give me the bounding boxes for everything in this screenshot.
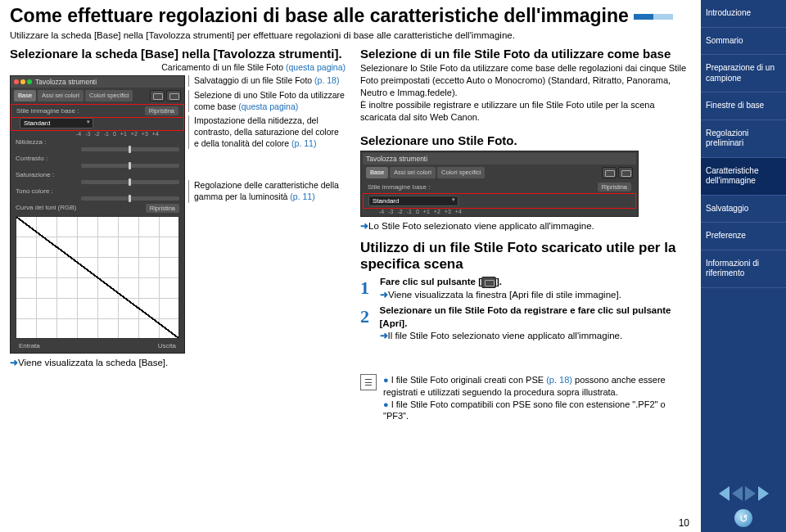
base-style-label-2: Stile immagine base : <box>368 183 458 191</box>
saturation-slider[interactable] <box>81 180 179 184</box>
applied-line: ➜Lo Stile Foto selezionato viene applica… <box>360 220 693 232</box>
step-heading: Selezionare la scheda [Base] nella [Tavo… <box>10 47 346 61</box>
color-tone-slider[interactable] <box>81 196 179 201</box>
saturation-label: Saturazione : <box>16 171 79 178</box>
callout-gamma: Regolazione delle caratteristiche della … <box>188 180 346 202</box>
nav-image-characteristics[interactable]: Caratteristiche dell'immagine <box>701 158 786 196</box>
folder-button-icon[interactable] <box>481 277 496 288</box>
step-2: 2 Selezionare un file Stile Foto da regi… <box>360 304 693 343</box>
tab-six-axis[interactable]: Assi sei colori <box>38 90 84 101</box>
color-tone-label: Tono colore : <box>16 187 79 195</box>
tab-specific-colors[interactable]: Colori specifici <box>85 90 133 101</box>
output-label: Uscita <box>158 342 176 349</box>
sharpness-slider[interactable] <box>81 147 179 151</box>
link-p18[interactable]: (p. 18) <box>314 75 339 85</box>
step-1: 1 Fare clic sul pulsante []. ➜Viene visu… <box>360 276 693 301</box>
prev-page-icon[interactable] <box>719 486 730 501</box>
base-style-select-row: Standard <box>11 116 184 131</box>
contrast-label: Contrasto : <box>16 155 79 162</box>
title-accent <box>634 14 673 20</box>
tab-specific-colors-2[interactable]: Colori specifici <box>437 167 485 178</box>
palette2-title: Tavolozza strumenti <box>366 155 427 163</box>
nav-preliminary[interactable]: Regolazioni preliminari <box>701 120 786 158</box>
nav-preferences[interactable]: Preferenze <box>701 223 786 250</box>
step-heading-2: Selezionare uno Stile Foto. <box>360 133 693 147</box>
nav-introduction[interactable]: Introduzione <box>701 0 786 28</box>
page-nav <box>701 481 786 506</box>
note-icon: ☰ <box>360 374 377 390</box>
page-number: 10 <box>679 517 689 529</box>
zoom-icon <box>27 79 32 84</box>
return-icon[interactable] <box>734 509 752 527</box>
arrow-icon: ➜ <box>10 358 18 367</box>
link-p18-b[interactable]: (p. 18) <box>546 375 572 385</box>
link-this-page-2[interactable]: (questa pagina) <box>238 101 298 111</box>
base-style-label: Stile immagine base : <box>16 107 80 115</box>
arrow-icon-3: ➜ <box>380 290 388 300</box>
palette-tabs: Base Assi sei colori Colori specifici <box>11 88 184 104</box>
page-title: Come effettuare regolazioni di base alle… <box>10 5 693 26</box>
page-root: Come effettuare regolazioni di base alle… <box>0 0 786 532</box>
link-p11[interactable]: (p. 11) <box>291 138 316 148</box>
note-box: ☰ ●I file Stile Foto originali creati co… <box>360 374 693 422</box>
palette-titlebar: Tavolozza strumenti <box>11 76 184 88</box>
tone-curve[interactable] <box>16 216 179 339</box>
curve-reset-button[interactable]: Ripristina <box>146 204 179 213</box>
input-label: Entrata <box>19 342 40 349</box>
section-para-1: Selezionare lo Stile Foto da utilizzare … <box>360 62 693 99</box>
note-2: ●I file Stile Foto compatibili con PSE s… <box>383 399 693 423</box>
save-style-file-icon-2[interactable] <box>618 167 633 178</box>
open-style-file-icon[interactable] <box>150 90 165 101</box>
next-page-icon-2[interactable] <box>745 486 756 501</box>
callout-select-style: Selezione di uno Stile Foto da utilizzar… <box>188 90 346 112</box>
open-style-file-icon-2[interactable] <box>602 167 617 178</box>
callout-list: Salvataggio di un file Stile Foto (p. 18… <box>190 75 346 354</box>
curve-label: Curva dei toni (RGB) <box>16 204 76 213</box>
base-style-select[interactable]: Standard <box>20 118 93 128</box>
sharpness-label: Nitidezza : <box>16 138 79 146</box>
arrow-icon-4: ➜ <box>380 331 388 340</box>
nav-saving[interactable]: Salvataggio <box>701 196 786 223</box>
base-style-select-2[interactable]: Standard <box>368 196 458 206</box>
tab-base[interactable]: Base <box>14 90 36 101</box>
note-1: ●I file Stile Foto originali creati con … <box>383 374 693 399</box>
tab-six-axis-2[interactable]: Assi sei colori <box>390 167 436 178</box>
contrast-slider[interactable] <box>81 164 179 168</box>
left-column: Selezionare la scheda [Base] nella [Tavo… <box>10 47 346 422</box>
next-page-icon[interactable] <box>758 486 769 501</box>
scale-labels: -4-3-2-10+1+2+3+4 <box>76 131 184 137</box>
minimize-icon <box>20 79 25 84</box>
side-nav: Introduzione Sommario Preparazione di un… <box>701 0 786 532</box>
tab-base-2[interactable]: Base <box>366 167 388 178</box>
prev-page-icon-2[interactable] <box>732 486 743 501</box>
link-this-page[interactable]: (questa pagina) <box>286 62 346 72</box>
right-column: Selezione di un file Stile Foto da utili… <box>360 47 693 422</box>
nav-base-windows[interactable]: Finestre di base <box>701 92 786 120</box>
nav-sample-prep[interactable]: Preparazione di un campione <box>701 55 786 92</box>
step-number-1: 1 <box>360 276 375 301</box>
nav-reference[interactable]: Informazioni di riferimento <box>701 250 786 288</box>
reset-button-2[interactable]: Ripristina <box>598 183 631 192</box>
step-number-2: 2 <box>360 304 375 343</box>
palette-screenshot: Tavolozza strumenti Base Assi sei colori… <box>10 75 185 354</box>
link-p11-b[interactable]: (p. 11) <box>290 192 314 201</box>
nav-summary[interactable]: Sommario <box>701 28 786 56</box>
download-heading: Utilizzo di un file Stile Foto scaricato… <box>360 240 693 273</box>
result-line: ➜Viene visualizzata la scheda [Base]. <box>10 357 346 368</box>
palette-screenshot-2: Tavolozza strumenti Base Assi sei colori… <box>360 151 639 217</box>
section-para-2: È inoltre possibile registrare e utilizz… <box>360 99 693 124</box>
section-heading: Selezione di un file Stile Foto da utili… <box>360 47 693 61</box>
window-controls <box>14 79 32 84</box>
save-style-file-icon[interactable] <box>166 90 181 101</box>
caption-load: Caricamento di un file Stile Foto (quest… <box>10 62 346 72</box>
arrow-icon-2: ➜ <box>360 221 368 231</box>
close-icon <box>14 79 19 84</box>
callout-adjust: Impostazione della nitidezza, del contra… <box>188 115 346 149</box>
main-content: Come effettuare regolazioni di base alle… <box>0 0 701 532</box>
reset-button[interactable]: Ripristina <box>145 106 178 115</box>
intro-text: Utilizzare la scheda [Base] nella [Tavol… <box>10 29 693 42</box>
callout-save: Salvataggio di un file Stile Foto (p. 18… <box>188 75 346 87</box>
